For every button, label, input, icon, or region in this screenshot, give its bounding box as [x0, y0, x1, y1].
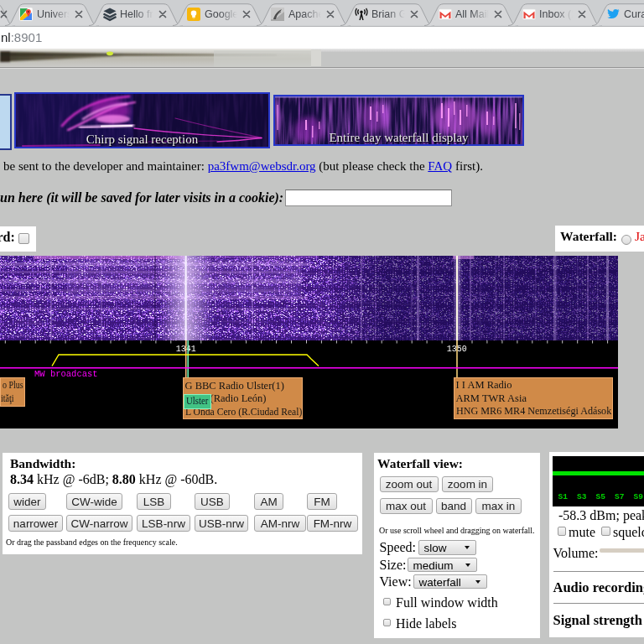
- svg-text:Cura: Cura: [624, 8, 644, 20]
- svg-text:MW broadcast: MW broadcast: [34, 369, 98, 379]
